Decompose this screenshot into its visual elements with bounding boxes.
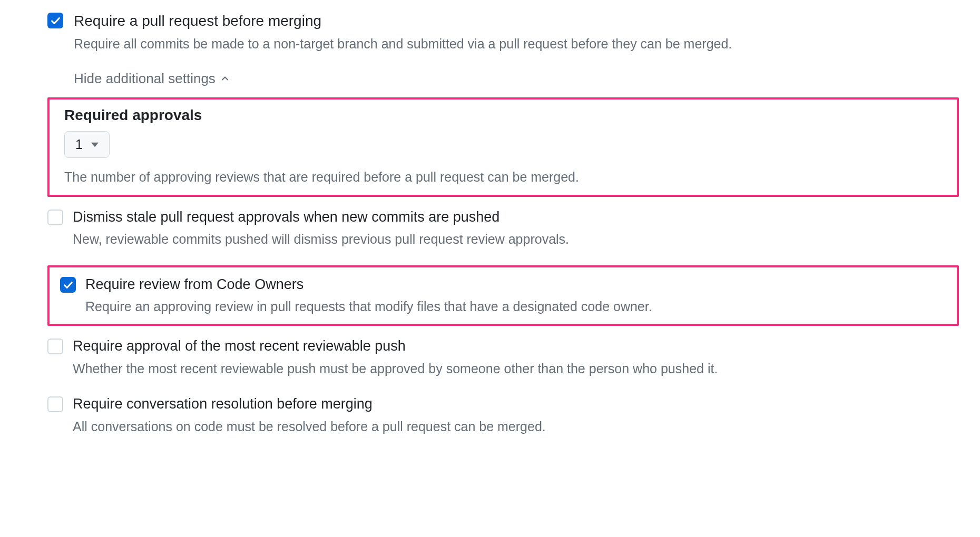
code-owners-title: Require review from Code Owners [85, 275, 946, 294]
require-pr-checkbox[interactable] [47, 13, 63, 28]
code-owners-section: Require review from Code Owners Require … [47, 265, 959, 326]
recent-push-desc: Whether the most recent reviewable push … [73, 359, 959, 379]
code-owners-content: Require review from Code Owners Require … [85, 275, 946, 317]
dismiss-stale-checkbox[interactable] [47, 210, 63, 225]
require-pr-content: Require a pull request before merging Re… [74, 11, 959, 88]
conversation-resolution-desc: All conversations on code must be resolv… [73, 417, 959, 437]
require-pr-desc: Require all commits be made to a non-tar… [74, 34, 959, 54]
check-icon [50, 15, 61, 26]
dismiss-stale-setting: Dismiss stale pull request approvals whe… [47, 207, 959, 250]
caret-down-icon [91, 141, 99, 148]
recent-push-setting: Require approval of the most recent revi… [47, 336, 959, 379]
required-approvals-section: Required approvals 1 The number of appro… [47, 97, 959, 197]
code-owners-checkbox[interactable] [60, 277, 76, 293]
recent-push-content: Require approval of the most recent revi… [73, 336, 959, 379]
dismiss-stale-desc: New, reviewable commits pushed will dism… [73, 230, 959, 250]
conversation-resolution-setting: Require conversation resolution before m… [47, 394, 959, 436]
required-approvals-heading: Required approvals [64, 107, 942, 124]
code-owners-setting: Require review from Code Owners Require … [60, 275, 946, 317]
hide-additional-settings-toggle[interactable]: Hide additional settings [74, 69, 230, 88]
required-approvals-value: 1 [75, 137, 83, 152]
recent-push-title: Require approval of the most recent revi… [73, 336, 959, 355]
required-approvals-dropdown[interactable]: 1 [64, 131, 110, 158]
conversation-resolution-checkbox[interactable] [47, 396, 63, 412]
chevron-up-icon [220, 73, 230, 84]
required-approvals-desc: The number of approving reviews that are… [64, 167, 942, 187]
toggle-label: Hide additional settings [74, 69, 215, 88]
require-pr-setting: Require a pull request before merging Re… [47, 11, 959, 88]
code-owners-desc: Require an approving review in pull requ… [85, 297, 946, 317]
dismiss-stale-content: Dismiss stale pull request approvals whe… [73, 207, 959, 250]
require-pr-title: Require a pull request before merging [74, 11, 959, 31]
conversation-resolution-title: Require conversation resolution before m… [73, 394, 959, 413]
recent-push-checkbox[interactable] [47, 339, 63, 354]
check-icon [62, 279, 74, 291]
dismiss-stale-title: Dismiss stale pull request approvals whe… [73, 207, 959, 226]
conversation-resolution-content: Require conversation resolution before m… [73, 394, 959, 436]
